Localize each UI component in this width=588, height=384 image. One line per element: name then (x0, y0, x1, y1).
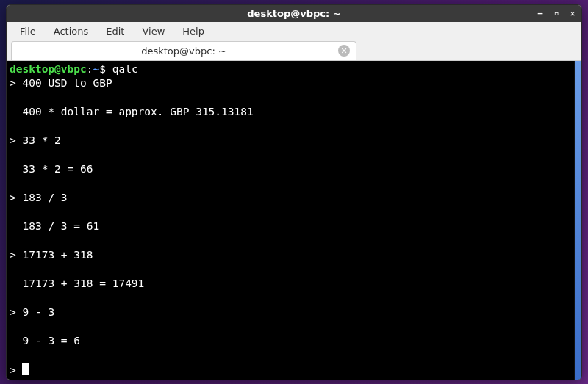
prompt-user: desktop (10, 63, 54, 75)
terminal-line: > 183 / 3 (10, 191, 571, 206)
menu-file[interactable]: File (12, 23, 43, 39)
titlebar[interactable]: desktop@vbpc: ~ — ▫ ✕ (7, 5, 581, 22)
scrollbar[interactable] (574, 61, 581, 380)
terminal-line (10, 234, 571, 249)
terminal-line: 33 * 2 = 66 (10, 162, 571, 177)
command-text: qalc (112, 63, 138, 75)
qalc-prompt: > (10, 364, 22, 376)
prompt-colon: : (87, 63, 93, 75)
terminal-line (10, 177, 571, 192)
prompt-path: ~ (93, 63, 100, 75)
terminal-line (10, 263, 571, 278)
terminal-line (10, 320, 571, 335)
menu-help[interactable]: Help (175, 23, 212, 39)
tab-label: desktop@vbpc: ~ (141, 46, 226, 57)
maximize-button[interactable]: ▫ (551, 7, 562, 19)
prompt-symbol: $ (99, 63, 112, 75)
menu-edit[interactable]: Edit (98, 23, 132, 39)
prompt-at: @ (54, 63, 61, 75)
cursor (22, 363, 29, 375)
window-title: desktop@vbpc: ~ (247, 8, 340, 19)
terminal-line: > 17173 + 318 (10, 248, 571, 263)
prompt-host: vbpc (61, 63, 87, 75)
terminal-line: 183 / 3 = 61 (10, 220, 571, 234)
terminal-output[interactable]: desktop@vbpc:~$ qalc> 400 USD to GBP 400… (7, 61, 574, 380)
minimize-button[interactable]: — (534, 7, 546, 19)
tabbar: desktop@vbpc: ~ ✕ (7, 40, 581, 60)
terminal-line: 17173 + 318 = 17491 (10, 277, 571, 291)
terminal-area: desktop@vbpc:~$ qalc> 400 USD to GBP 400… (7, 61, 581, 380)
menu-view[interactable]: View (135, 23, 172, 39)
terminal-line (10, 120, 571, 134)
terminal-line (10, 148, 571, 163)
menu-actions[interactable]: Actions (46, 23, 96, 39)
terminal-line: > 400 USD to GBP (10, 76, 571, 91)
terminal-line (10, 291, 571, 306)
terminal-line: > 9 - 3 (10, 305, 571, 320)
shell-prompt-line: desktop@vbpc:~$ qalc (10, 62, 571, 77)
menubar: File Actions Edit View Help (7, 22, 581, 40)
terminal-line (10, 91, 571, 106)
terminal-window: desktop@vbpc: ~ — ▫ ✕ File Actions Edit … (6, 4, 582, 380)
tab-terminal[interactable]: desktop@vbpc: ~ ✕ (11, 41, 356, 60)
terminal-line (10, 206, 571, 220)
terminal-line: 400 * dollar = approx. GBP 315.13181 (10, 105, 571, 120)
tab-close-icon[interactable]: ✕ (338, 45, 350, 57)
terminal-line: > 33 * 2 (10, 134, 571, 148)
terminal-line: 9 - 3 = 6 (10, 334, 571, 349)
close-button[interactable]: ✕ (567, 7, 578, 19)
terminal-line (10, 349, 571, 363)
window-controls: — ▫ ✕ (534, 5, 578, 22)
qalc-prompt-line: > (10, 363, 571, 378)
